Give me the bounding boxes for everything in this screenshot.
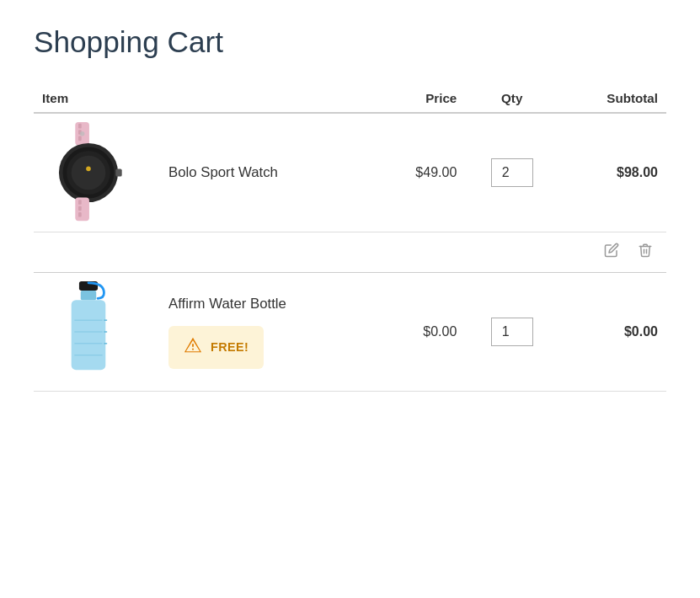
action-row-1 <box>34 232 666 273</box>
product-subtotal: $98.00 <box>558 113 666 232</box>
qty-input-2[interactable] <box>491 318 533 346</box>
svg-rect-13 <box>115 168 121 176</box>
svg-point-7 <box>72 156 106 190</box>
product-name-cell: Bolo Sport Watch <box>160 113 373 232</box>
free-notice-text: FREE! <box>211 340 248 354</box>
edit-button-1[interactable] <box>599 239 624 265</box>
product-image-watch <box>42 126 135 219</box>
svg-rect-17 <box>72 300 106 370</box>
cart-table: Item Price Qty Subtotal <box>34 84 666 392</box>
svg-point-8 <box>86 167 91 172</box>
svg-point-14 <box>80 131 85 136</box>
qty-input-1[interactable] <box>491 158 533 187</box>
free-notice: FREE! <box>168 326 264 369</box>
product-qty-cell-2 <box>465 273 558 392</box>
product-price-2: $0.00 <box>373 273 465 392</box>
product-price: $49.00 <box>373 113 465 232</box>
svg-rect-10 <box>78 200 82 205</box>
product-qty-cell <box>465 113 558 232</box>
product-image-cell <box>34 113 160 232</box>
product-image-cell-2 <box>34 273 160 392</box>
svg-rect-12 <box>78 212 82 217</box>
product-image-bottle <box>42 286 135 378</box>
table-row: Bolo Sport Watch $49.00 $98.00 <box>34 113 666 232</box>
product-subtotal-2: $0.00 <box>558 273 666 392</box>
svg-rect-1 <box>78 124 82 129</box>
header-price: Price <box>373 84 465 113</box>
page-title: Shopping Cart <box>34 25 666 59</box>
header-qty: Qty <box>465 84 558 113</box>
header-item: Item <box>34 84 373 113</box>
action-cell-1 <box>34 232 666 273</box>
product-name-2: Affirm Water Bottle <box>168 296 286 312</box>
header-subtotal: Subtotal <box>558 84 666 113</box>
svg-rect-3 <box>78 136 82 141</box>
svg-rect-16 <box>81 291 96 300</box>
table-row: Affirm Water Bottle FREE! $0.00 $ <box>34 273 666 392</box>
svg-rect-9 <box>75 198 89 222</box>
product-name-cell-2: Affirm Water Bottle FREE! <box>160 273 373 392</box>
warning-icon <box>184 336 202 359</box>
delete-button-1[interactable] <box>633 239 658 265</box>
svg-rect-11 <box>78 206 82 211</box>
product-name: Bolo Sport Watch <box>168 164 278 180</box>
